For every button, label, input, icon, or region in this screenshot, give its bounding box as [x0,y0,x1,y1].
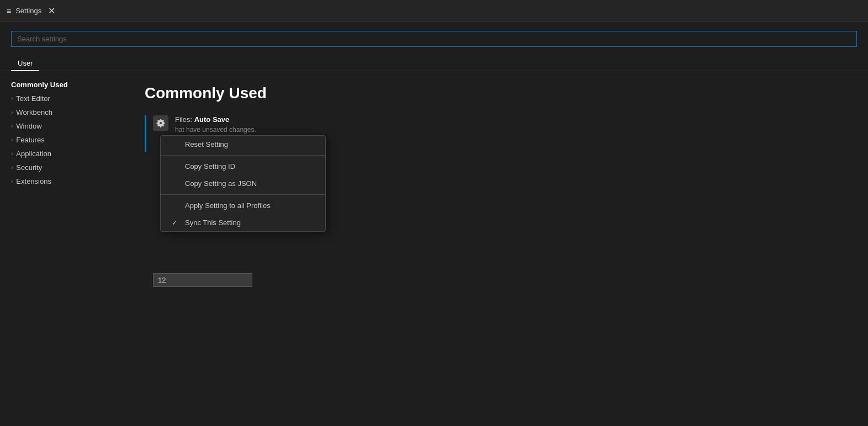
context-menu-item-copy-setting-json[interactable]: Copy Setting as JSON [161,175,325,192]
setting-row-auto-save: Files: Auto Save hat have unsaved change… [145,115,850,152]
sidebar-item-label: Application [16,150,51,158]
sidebar-item-security[interactable]: › Security [0,161,127,174]
chevron-icon: › [11,95,13,102]
sidebar: Commonly Used › Text Editor › Workbench … [0,71,127,421]
sidebar-item-application[interactable]: › Application [0,147,127,161]
sidebar-item-label: Window [16,122,41,130]
sidebar-item-label: Commonly Used [11,81,68,89]
sidebar-item-label: Workbench [16,108,52,116]
context-menu-item-apply-profiles[interactable]: Apply Setting to all Profiles [161,197,325,214]
search-input[interactable] [11,31,857,47]
number-input-row [145,273,850,287]
title-bar-title: Settings [15,7,41,15]
sidebar-item-window[interactable]: › Window [0,119,127,133]
close-button[interactable]: ✕ [48,6,55,16]
check-mark-active: ✓ [172,219,181,227]
sidebar-item-text-editor[interactable]: › Text Editor [0,92,127,105]
context-menu: Reset Setting Copy Setting ID Copy Setti… [160,135,326,232]
active-border [145,115,146,152]
gear-button[interactable] [153,115,168,131]
sidebar-item-label: Security [16,163,42,172]
sidebar-item-commonly-used[interactable]: Commonly Used [0,78,127,92]
sidebar-item-features[interactable]: › Features [0,133,127,147]
setting-label-bold: Auto Save [194,115,230,124]
gear-icon [156,119,165,127]
sidebar-item-label: Text Editor [16,94,50,103]
number-input[interactable] [153,273,252,287]
chevron-icon: › [11,123,13,129]
title-bar: ≡ Settings ✕ [0,0,868,22]
empty-border [145,273,146,287]
sidebar-item-extensions[interactable]: › Extensions [0,174,127,188]
menu-icon: ≡ [7,7,11,15]
setting-description: hat have unsaved changes. [175,126,850,134]
sidebar-item-label: Features [16,136,44,144]
context-menu-item-reset-setting[interactable]: Reset Setting [161,136,325,153]
chevron-icon: › [11,164,13,171]
chevron-icon: › [11,137,13,143]
search-bar-container [0,22,868,51]
tab-user[interactable]: User [11,56,39,71]
content-area: Commonly Used Files: Auto Save hat have … [127,71,868,421]
sidebar-item-workbench[interactable]: › Workbench [0,105,127,119]
content-title: Commonly Used [145,84,850,102]
chevron-icon: › [11,178,13,184]
sidebar-item-label: Extensions [16,177,51,185]
context-menu-item-copy-setting-id[interactable]: Copy Setting ID [161,158,325,175]
chevron-icon: › [11,109,13,115]
context-menu-divider [161,155,325,156]
setting-label: Files: Auto Save [175,115,850,124]
main-layout: Commonly Used › Text Editor › Workbench … [0,71,868,421]
context-menu-item-sync-setting[interactable]: ✓ Sync This Setting [161,214,325,231]
context-menu-divider-2 [161,194,325,195]
tabs-area: User [0,51,868,71]
chevron-icon: › [11,151,13,157]
